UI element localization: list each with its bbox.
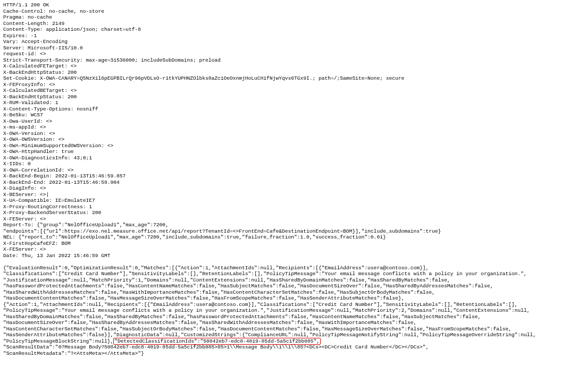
hdr-content-type: Content-Type: application/json; charset=…	[3, 27, 141, 32]
hdr-strict-transport: Strict-Transport-Security: max-age=31536…	[3, 57, 221, 63]
hdr-date: Date: Thu, 13 Jan 2022 15:46:59 GMT	[3, 253, 111, 259]
hdr-pragma: Pragma: no-cache	[3, 14, 52, 20]
hdr-content-length: Content-Length: 2149	[3, 21, 64, 27]
hdr-besku: X-BeSku: WCS7	[3, 112, 43, 118]
hdr-request-id: request-id: <>	[3, 51, 46, 57]
hdr-ua-compatible: X-UA-Compatible: IE=EmulateIE7	[3, 198, 95, 203]
hdr-owa-version: X-OWA-Version: <>	[3, 131, 55, 137]
hdr-rum: X-RUM-Validated: 1	[3, 100, 59, 106]
hdr-nel: NEL: {"report_to":"NelOfficeUpload1","ma…	[3, 234, 386, 240]
hdr-content-type-opts: X-Content-Type-Options: nosniff	[3, 106, 98, 112]
hdr-proxy-backend: X-Proxy-BackendServerStatus: 200	[3, 210, 101, 216]
hdr-report-to-2: "endpoints":[{"url":https://exo.nel.meas…	[3, 228, 441, 234]
hdr-backend-begin: X-BackEnd-Begin: 2022-01-13T15:46:59.857	[3, 173, 126, 179]
hdr-set-cookie: Set-Cookie: X-OWA-CANARY=Q5NzX1l6pEGPBIL…	[3, 75, 404, 81]
hdr-calc-be-target: X-CalculatedBETarget: <>	[3, 88, 77, 93]
hdr-report-to-1: Report-To: {"group":"NelOfficeUpload1","…	[3, 222, 169, 228]
hdr-backend-status-1: X-BackEndHttpStatus: 200	[3, 70, 77, 75]
json-body-part1: {"EvaluationResult":0,"OptimizationResul…	[3, 265, 536, 344]
detected-classification-highlight: "DetectedClassificationIds":"50842eb7-ed…	[113, 338, 321, 345]
hdr-feserver-1: X-FEServer: <>	[3, 216, 46, 222]
hdr-server: Server: Microsoft-IIS/10.0	[3, 45, 83, 51]
hdr-firsthop: X-FirstHopCafeEFZ: BOM	[3, 241, 71, 246]
hdr-owa-owsversion: X-OWA-OWSVersion: <>	[3, 137, 64, 142]
hdr-diaginfo: X-DiagInfo: <>	[3, 185, 46, 191]
hdr-backend-end: X-BackEnd-End: 2022-01-13T15:46:59.904	[3, 180, 120, 185]
hdr-calc-fe-target: X-CalculatedFETarget: <>	[3, 63, 77, 69]
json-body-part2: "ScanResultData":"0?Message Body?50842eb…	[3, 344, 429, 356]
hdr-owa-diag: X-OWA-DiagnosticsInfo: 43;0;1	[3, 155, 92, 161]
hdr-cache-control: Cache-Control: no-cache, no-store	[3, 8, 104, 14]
hdr-ms-appid: x-ms-appId: <>	[3, 124, 46, 130]
hdr-backend-status-2: X-BackEndHttpStatus: 200	[3, 94, 77, 100]
http-response-text: HTTP/1.1 200 OK Cache-Control: no-cache,…	[0, 0, 585, 359]
hdr-owa-min-supported: X-OWA-MinimumSupportedOWSVersion: <>	[3, 143, 113, 149]
hdr-fe-proxy: X-FEProxyInfo: <>	[3, 82, 55, 88]
hdr-beserver: X-BEServer: <>|	[3, 192, 49, 198]
status-line: HTTP/1.1 200 OK	[3, 2, 49, 8]
hdr-proxy-routing: X-Proxy-RoutingCorrectness: 1	[3, 204, 92, 210]
hdr-feserver-2: X-FEServer: <>	[3, 246, 46, 252]
hdr-owa-userid: X-Owa-UserId: <>	[3, 118, 52, 124]
hdr-expires: Expires: -1	[3, 33, 37, 39]
hdr-iids: X-IIDs: 0	[3, 161, 31, 167]
hdr-owa-correlation: X-OWA-CorrelationId: <>	[3, 167, 73, 173]
hdr-owa-httphandler: X-OWA-HttpHandler: true	[3, 149, 73, 155]
hdr-vary: Vary: Accept-Encoding	[3, 39, 68, 45]
